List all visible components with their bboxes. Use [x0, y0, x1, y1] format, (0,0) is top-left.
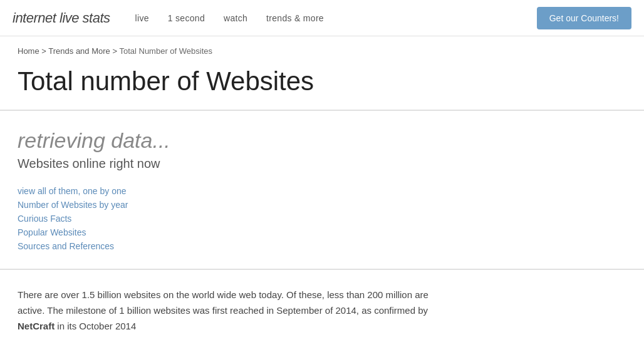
description-after-bold: in its October 2014 — [55, 321, 136, 331]
nav-watch[interactable]: watch — [224, 13, 247, 23]
link-list: view all of them, one by one Number of W… — [18, 186, 626, 251]
nav-links: live 1 second watch trends & more Get ou… — [135, 7, 631, 29]
logo-text: internet live stats — [13, 10, 110, 26]
breadcrumb: Home > Trends and More > Total Number of… — [0, 36, 644, 61]
main-nav: internet live stats live 1 second watch … — [0, 0, 644, 36]
link-curious-facts[interactable]: Curious Facts — [18, 214, 626, 224]
description-before-bold: There are over 1.5 billion websites on t… — [18, 289, 428, 316]
link-sources-references[interactable]: Sources and References — [18, 241, 626, 251]
breadcrumb-trends[interactable]: Trends and More — [48, 46, 110, 56]
nav-trends-more[interactable]: trends & more — [266, 13, 324, 23]
subtitle-text: Websites online right now — [18, 157, 626, 171]
breadcrumb-sep2: > — [112, 46, 117, 56]
page-title: Total number of Websites — [18, 66, 626, 97]
breadcrumb-home[interactable]: Home — [18, 46, 39, 56]
get-counters-button[interactable]: Get our Counters! — [537, 7, 631, 29]
link-number-by-year[interactable]: Number of Websites by year — [18, 200, 626, 210]
main-content: retrieving data... Websites online right… — [0, 111, 644, 270]
lower-content: There are over 1.5 billion websites on t… — [0, 270, 644, 334]
breadcrumb-current: Total Number of Websites — [119, 46, 212, 56]
link-popular-websites[interactable]: Popular Websites — [18, 227, 626, 237]
nav-live[interactable]: live — [135, 13, 149, 23]
logo[interactable]: internet live stats — [13, 10, 110, 26]
retrieving-text: retrieving data... — [18, 128, 626, 153]
description-bold: NetCraft — [18, 321, 55, 331]
page-title-section: Total number of Websites — [0, 61, 644, 111]
breadcrumb-sep1: > — [41, 46, 46, 56]
description-text: There are over 1.5 billion websites on t… — [18, 287, 431, 334]
nav-one-second[interactable]: 1 second — [168, 13, 205, 23]
link-view-all[interactable]: view all of them, one by one — [18, 186, 626, 196]
